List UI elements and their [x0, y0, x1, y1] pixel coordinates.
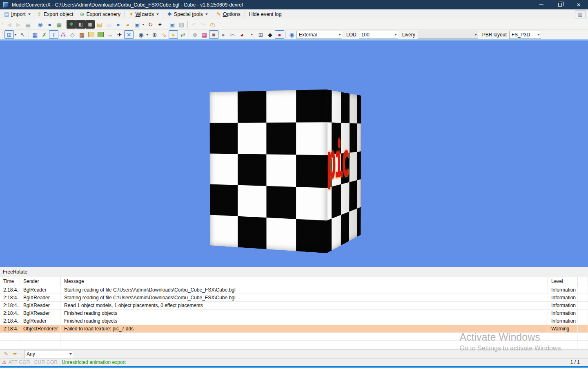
menu-item-wizards[interactable]: ✦Wizards	[126, 9, 162, 19]
log-row[interactable]: 2:18:4...BglXReaderStarting reading of f…	[0, 294, 588, 302]
log-row[interactable]: 2:18:4...BglXReaderFinished reading obje…	[0, 310, 588, 317]
log-row[interactable]: 2:18:4...ObjectRendererFailed to load te…	[0, 325, 588, 333]
title-bar[interactable]: ModelConverterX - C:\Users\Admin\Downloa…	[0, 0, 588, 9]
event-log-layout-icon[interactable]: ▥	[575, 10, 586, 18]
report-document-icon[interactable]: ▥	[177, 20, 186, 29]
snap-grid-icon[interactable]: ▦	[30, 30, 40, 39]
menu-item-import[interactable]: ▤Import	[1, 9, 34, 19]
chevron-down-icon	[474, 34, 477, 36]
livery-combo[interactable]	[418, 31, 478, 39]
log-cell	[578, 302, 588, 309]
center-crosshair-icon[interactable]: ⊕	[150, 30, 159, 39]
image-viewer-icon[interactable]: ▣	[167, 20, 177, 29]
divider	[21, 350, 21, 358]
color-test-cube-icon[interactable]: ▦	[200, 30, 209, 39]
polygon-swatch-green-icon[interactable]	[96, 30, 105, 39]
menu-item-options[interactable]: ✎Options	[213, 9, 244, 19]
ik-bone-icon[interactable]: ✂	[228, 30, 237, 39]
restore-button[interactable]	[550, 0, 569, 9]
log-row[interactable]: 2:18:4...BglXReaderRead 1 object models,…	[0, 302, 588, 310]
xml-editor-icon[interactable]: ▤	[95, 20, 104, 29]
animation-editor-icon[interactable]: ▦	[85, 20, 95, 29]
object-information-search-icon[interactable]: ◉	[36, 20, 45, 29]
drop-to-ground-arrows-icon[interactable]: ⇘	[159, 30, 169, 39]
zoom-fit-view-icon[interactable]: ⊞	[4, 30, 14, 39]
event-log-document-icon[interactable]: ▤	[23, 20, 33, 29]
chevron-down-icon[interactable]	[14, 34, 17, 36]
close-button[interactable]: ✕	[569, 0, 588, 9]
log-column-header-spacer[interactable]	[578, 277, 588, 286]
menu-item-hide-event-log[interactable]: Hide event log	[246, 9, 285, 19]
gray-sphere-icon[interactable]: ●	[218, 30, 228, 39]
undo-icon[interactable]: ↶	[189, 20, 198, 29]
log-column-header-message[interactable]: Message	[61, 277, 548, 286]
pbr-layout-combo[interactable]: FS_P3D	[509, 31, 541, 39]
page-indicator: 1 / 1	[570, 359, 588, 365]
ground-texture-cube-icon[interactable]: ■	[209, 30, 218, 39]
particles-molecule-icon[interactable]: ⁂	[58, 30, 68, 39]
log-row-empty[interactable]	[0, 333, 588, 341]
log-cell	[61, 333, 548, 340]
menu-items: ▤Import⇧Export object⊕Export scenery✦Wiz…	[1, 9, 285, 19]
toolbar-grip-handle[interactable]	[1, 21, 3, 28]
attach-points-icon[interactable]: ↔	[105, 30, 115, 39]
navigate-back-icon[interactable]: ◀	[4, 20, 14, 29]
crossed-arrows-icon[interactable]: ✕	[124, 30, 134, 39]
history-clock-icon[interactable]: ◷	[208, 20, 217, 29]
material-editor-icon[interactable]: ◧	[76, 20, 85, 29]
texture-swatch-yellow-icon[interactable]	[87, 30, 96, 39]
earth-globe-icon[interactable]: ●	[114, 20, 123, 29]
replace-objects-icon[interactable]: ↻	[146, 20, 155, 29]
log-level-filter-combo[interactable]: Any	[24, 350, 73, 358]
log-column-header-level[interactable]: Level	[548, 277, 578, 286]
lod-combo[interactable]: 100	[359, 31, 398, 39]
chevron-down-icon[interactable]	[142, 24, 145, 25]
3d-viewport[interactable]: pic	[0, 40, 588, 267]
display-mode-combo[interactable]: External	[296, 31, 342, 39]
menu-item-export-scenery[interactable]: ⊕Export scenery	[77, 9, 124, 19]
menu-item-special-tools[interactable]: ✱Special tools	[164, 9, 211, 19]
log-cell	[578, 317, 588, 325]
clear-log-broom-icon[interactable]: ✒	[11, 350, 20, 358]
test-apple-icon[interactable]: ●	[275, 30, 284, 39]
statistics-pie-icon[interactable]: ◕	[123, 20, 132, 29]
chevron-down-icon[interactable]	[146, 34, 149, 36]
reload-textures-icon[interactable]: ⇄	[178, 30, 187, 39]
navigate-forward-icon[interactable]: ▶	[14, 20, 23, 29]
log-column-header-sender[interactable]: Sender	[20, 277, 61, 286]
select-cursor-icon[interactable]: ↖	[18, 30, 27, 39]
log-cell: 2:18:4...	[0, 286, 20, 294]
checkered-ball-black-icon[interactable]: ◔	[247, 30, 256, 39]
weight-icon[interactable]: ◆	[265, 30, 275, 39]
aircraft-icon[interactable]: ✈	[115, 30, 124, 39]
history-clock-glyph: ◷	[210, 22, 215, 27]
cube-face-right: pic	[327, 90, 361, 253]
render-mode-eye-icon[interactable]: ◉	[287, 30, 296, 39]
vertex-grid-icon[interactable]: ⊞	[256, 30, 265, 39]
object-placement-pin-icon[interactable]: ●	[45, 20, 54, 29]
wireframe-sphere-icon[interactable]: ⊛	[190, 30, 200, 39]
checkered-ball-red-icon[interactable]: ◕	[237, 30, 247, 39]
statistics-pie-glyph: ◕	[126, 22, 129, 27]
menu-item-export-object[interactable]: ⇧Export object	[34, 9, 77, 19]
redo-icon[interactable]: ↷	[198, 20, 208, 29]
lighting-bulb-icon[interactable]: ●	[169, 30, 178, 39]
transform-axes-icon[interactable]: ✗	[40, 30, 49, 39]
walk-mode-figure-icon[interactable]: ✦	[155, 20, 165, 29]
log-row[interactable]: 2:18:4...BglReaderFinished reading objec…	[0, 317, 588, 325]
minimize-button[interactable]	[532, 0, 550, 9]
wireframe-cube-icon[interactable]: ◇	[68, 30, 77, 39]
scenegraph-hierarchy-icon[interactable]: ▦	[54, 20, 64, 29]
log-column-header-time[interactable]: Time	[0, 277, 20, 286]
textured-cube-icon[interactable]: ▩	[77, 30, 87, 39]
log-row[interactable]: 2:18:4...BglReaderStarting reading of fi…	[0, 286, 588, 294]
edit-log-icon[interactable]: ✎	[2, 350, 11, 358]
toolbar-grip-handle[interactable]	[1, 31, 3, 38]
hex-editor-icon[interactable]: ▤	[104, 20, 114, 29]
attach-points-glyph: ↔	[107, 32, 113, 38]
camera-view-icon[interactable]: ◉	[136, 30, 146, 39]
screenshot-export-icon[interactable]: ▣	[132, 20, 142, 29]
texture-editor-icon[interactable]: ✱	[67, 20, 76, 29]
log-row-empty[interactable]	[0, 341, 588, 348]
attach-paperclip-icon[interactable]: ℓ	[49, 30, 58, 39]
